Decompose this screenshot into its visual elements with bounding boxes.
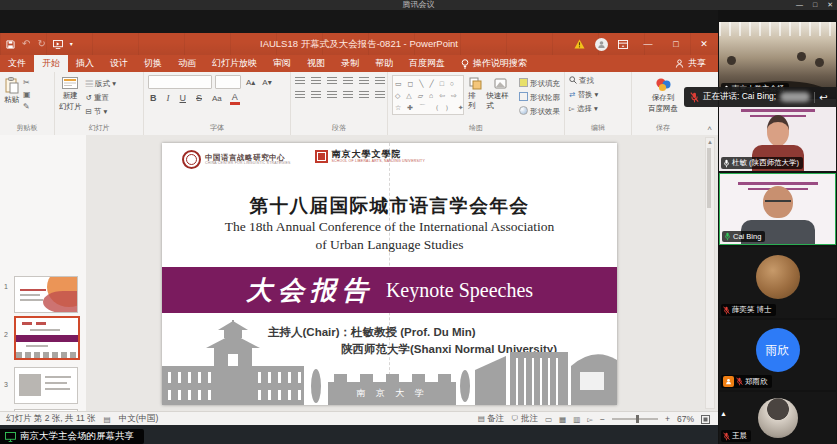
tab-review[interactable]: 审阅 bbox=[265, 55, 299, 72]
font-color-button[interactable]: A bbox=[230, 92, 240, 105]
participant-tile-2[interactable]: 杜敏 (陕西师范大学) bbox=[719, 99, 836, 171]
select-icon: ▻ bbox=[569, 104, 575, 113]
shape-outline-button[interactable]: 形状轮廓 bbox=[519, 92, 560, 103]
slideshow-view-button[interactable]: ▻ bbox=[587, 415, 593, 424]
numbering-icon[interactable] bbox=[311, 77, 321, 85]
slide-sorter-button[interactable]: ▦ bbox=[559, 415, 566, 424]
notes-button[interactable]: ▤ 备注 bbox=[478, 413, 504, 425]
slide-thumbnail-1[interactable] bbox=[14, 276, 78, 313]
underline-button[interactable]: U bbox=[178, 92, 189, 105]
participant-avatar-photo bbox=[758, 398, 798, 438]
ppt-close-button[interactable]: ✕ bbox=[690, 33, 718, 55]
line-spacing-icon[interactable] bbox=[359, 77, 369, 85]
panel-collapse-icon[interactable]: ▲ bbox=[720, 410, 727, 417]
font-name-box[interactable] bbox=[148, 75, 212, 89]
participant-tile-1[interactable]: 南京大学主会场 bbox=[719, 22, 836, 97]
meeting-close-button[interactable]: ✕ bbox=[827, 0, 833, 10]
tab-animations[interactable]: 动画 bbox=[170, 55, 204, 72]
meeting-maximize-button[interactable]: □ bbox=[813, 0, 817, 10]
spellcheck-icon[interactable]: ▤ bbox=[104, 415, 111, 424]
meeting-minimize-button[interactable]: — bbox=[796, 0, 803, 10]
shapes-row-3: ☆ ✚ ⌒ （ ） ✦ bbox=[395, 103, 461, 112]
tab-baidu-netdisk[interactable]: 百度网盘 bbox=[401, 55, 453, 72]
zoom-in-button[interactable]: + bbox=[665, 414, 670, 424]
select-button[interactable]: ▻ 选择 ▾ bbox=[569, 103, 598, 114]
copy-icon[interactable]: ▣ bbox=[23, 90, 31, 99]
indent-decrease-icon[interactable] bbox=[327, 77, 337, 85]
scroll-up-icon[interactable]: ▲ bbox=[706, 138, 714, 147]
editor-scrollbar[interactable]: ▲ bbox=[705, 137, 715, 409]
align-left-icon[interactable] bbox=[295, 91, 305, 99]
reset-button[interactable]: ↺ 重置 bbox=[86, 92, 116, 103]
zoom-percentage[interactable]: 67% bbox=[677, 414, 694, 424]
my-mic-muted-icon[interactable] bbox=[690, 92, 699, 103]
section-button[interactable]: ⊟ 节 ▾ bbox=[86, 106, 116, 117]
layout-button[interactable]: ▤ 版式 ▾ bbox=[86, 78, 116, 89]
slide-canvas[interactable]: 中国语言战略研究中心 CHINA CENTER FOR LINGUISTIC S… bbox=[162, 143, 617, 405]
tell-me-search[interactable]: 操作说明搜索 bbox=[453, 55, 535, 72]
strikethrough-button[interactable]: S bbox=[194, 92, 204, 105]
format-painter-icon[interactable]: ✎ bbox=[23, 102, 31, 111]
slide-thumbnail-2-selected[interactable] bbox=[14, 316, 80, 360]
scrollbar-thumb[interactable] bbox=[707, 148, 711, 208]
reply-arrow-icon[interactable]: ↩ bbox=[819, 92, 827, 103]
participant-tile-3-active-speaker[interactable]: Cai Bing bbox=[719, 173, 836, 245]
participant-tile-4[interactable]: 薛奕笑 博士 bbox=[719, 247, 836, 318]
slide-thumbnail-3[interactable] bbox=[14, 367, 78, 404]
text-direction-icon[interactable] bbox=[375, 77, 385, 85]
tab-help[interactable]: 帮助 bbox=[367, 55, 401, 72]
shape-effects-button[interactable]: 形状效果 bbox=[519, 106, 560, 117]
comments-button[interactable]: 🗩 批注 bbox=[511, 413, 538, 425]
tab-file[interactable]: 文件 bbox=[0, 55, 34, 72]
smartart-convert-icon[interactable] bbox=[375, 91, 385, 99]
columns-icon[interactable] bbox=[359, 91, 369, 99]
cut-icon[interactable]: ✂ bbox=[23, 78, 31, 87]
save-to-baidu-button[interactable]: 保存到 百度网盘 bbox=[648, 75, 678, 114]
change-case-button[interactable]: Aa bbox=[210, 92, 224, 105]
tab-transitions[interactable]: 切换 bbox=[136, 55, 170, 72]
paste-button[interactable]: 粘贴 bbox=[4, 75, 19, 105]
reading-view-button[interactable]: ▥ bbox=[573, 415, 580, 424]
bold-button[interactable]: B bbox=[148, 92, 159, 105]
ppt-minimize-button[interactable]: — bbox=[634, 33, 662, 55]
participant-tile-5[interactable]: 雨欣 郑雨欣 bbox=[719, 320, 836, 390]
ppt-restore-button[interactable]: □ bbox=[662, 33, 690, 55]
tab-home[interactable]: 开始 bbox=[34, 55, 68, 72]
notes-label: 备注 bbox=[487, 413, 504, 423]
bullets-icon[interactable] bbox=[295, 77, 305, 85]
align-right-icon[interactable] bbox=[327, 91, 337, 99]
justify-icon[interactable] bbox=[343, 91, 353, 99]
account-avatar[interactable] bbox=[590, 38, 612, 51]
share-button[interactable]: 共享 bbox=[663, 55, 718, 72]
shapes-gallery[interactable]: ▭ ◻ ╲ ╱ □ ○ ◇ △ ▱ ⌂ ⇦ ⇨ ☆ ✚ ⌒ （ ） ✦ bbox=[392, 75, 464, 115]
tab-slideshow[interactable]: 幻灯片放映 bbox=[204, 55, 265, 72]
participant-tile-6[interactable]: 王晨 bbox=[719, 392, 836, 444]
align-center-icon[interactable] bbox=[311, 91, 321, 99]
new-slide-button[interactable]: 新建 幻灯片 bbox=[59, 75, 82, 112]
ribbon-collapse-icon[interactable]: ˄ bbox=[707, 124, 712, 133]
indent-increase-icon[interactable] bbox=[343, 77, 353, 85]
zoom-out-button[interactable]: − bbox=[600, 414, 605, 424]
grow-font-button[interactable]: A▴ bbox=[244, 76, 257, 89]
normal-view-button[interactable]: ▭ bbox=[545, 415, 552, 424]
fit-slide-icon[interactable] bbox=[701, 415, 710, 424]
language-status[interactable]: 中文(中国) bbox=[119, 413, 159, 425]
italic-button[interactable]: I bbox=[165, 92, 172, 105]
tab-design[interactable]: 设计 bbox=[102, 55, 136, 72]
shape-fill-button[interactable]: 形状填充 bbox=[519, 78, 560, 89]
quick-styles-button[interactable]: 快速样式 bbox=[486, 75, 515, 111]
tab-record[interactable]: 录制 bbox=[333, 55, 367, 72]
shapes-row-2: ◇ △ ▱ ⌂ ⇦ ⇨ bbox=[395, 91, 461, 100]
shrink-font-button[interactable]: A▾ bbox=[260, 76, 273, 89]
replace-button[interactable]: ⇄ 替换 ▾ bbox=[569, 89, 598, 100]
find-button[interactable]: 查找 bbox=[569, 75, 594, 86]
zoom-slider[interactable] bbox=[612, 418, 658, 420]
zoom-slider-thumb[interactable] bbox=[636, 415, 639, 423]
arrange-button[interactable]: 排列 bbox=[468, 75, 482, 111]
tab-insert[interactable]: 插入 bbox=[68, 55, 102, 72]
tab-view[interactable]: 视图 bbox=[299, 55, 333, 72]
screen-share-notice[interactable]: 南京大学主会场的屏幕共享 bbox=[0, 429, 144, 444]
ribbon-display-options-icon[interactable] bbox=[612, 40, 634, 49]
font-size-box[interactable] bbox=[215, 75, 241, 89]
warning-icon[interactable] bbox=[568, 39, 590, 49]
